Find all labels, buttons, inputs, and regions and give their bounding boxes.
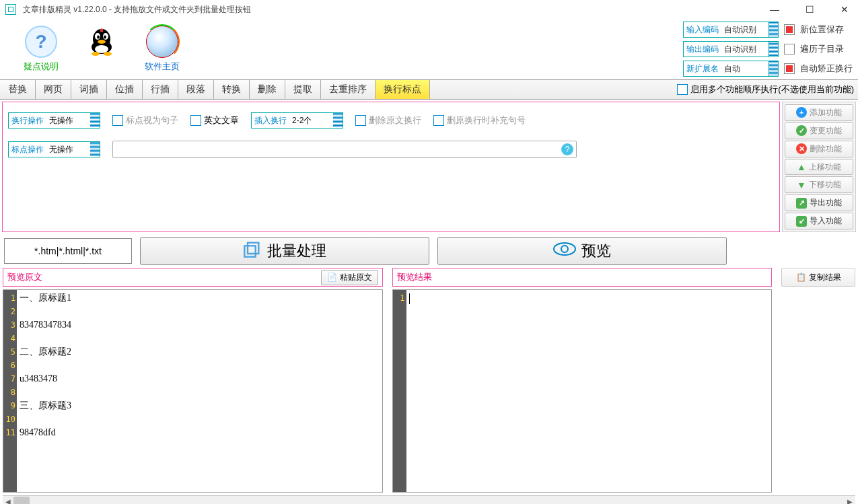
linebreak-op-select[interactable]: 换行操作无操作 [8,112,100,129]
newlocation-checkbox[interactable] [784,24,795,35]
home-label: 软件主页 [145,61,180,73]
tab-2[interactable]: 词插 [71,80,107,99]
maximize-button[interactable]: ☐ [801,1,818,17]
qq-button[interactable] [85,26,118,73]
add-period-checkbox[interactable]: 删原换行时补充句号 [433,114,526,127]
chevron-down-icon [768,22,778,37]
tab-4[interactable]: 行插 [143,80,178,99]
export-function-button[interactable]: ↗导出功能 [785,194,853,211]
tab-bar: 替换网页词插位插行插段落转换删除提取去重排序换行标点启用多个功能顺序执行(不选使… [0,79,858,100]
control-panel: 换行操作无操作 标点视为句子 英文文章 插入换行2-2个 删除原文换行 删原换行… [2,102,780,232]
source-header: 预览原文 📄粘贴原文 [3,268,383,287]
insert-linebreak-select[interactable]: 插入换行2-2个 [251,112,343,129]
eye-icon [553,240,576,262]
line-gutter: 1234567891011 [3,290,17,492]
chevron-down-icon [90,142,100,157]
tab-9[interactable]: 去重排序 [321,80,376,99]
scroll-left-icon[interactable]: ◀ [3,496,13,504]
result-editor[interactable]: 1 [392,289,773,493]
help-label: 疑点说明 [24,61,59,73]
tab-1[interactable]: 网页 [36,80,71,99]
tab-10[interactable]: 换行标点 [376,80,430,99]
svg-point-9 [104,52,112,56]
svg-point-12 [554,243,575,255]
close-button[interactable]: ✕ [836,1,853,17]
help-button[interactable]: ? 疑点说明 [24,26,59,73]
paste-source-button[interactable]: 📄粘贴原文 [321,270,378,285]
punct-sentence-checkbox[interactable]: 标点视为句子 [112,114,178,127]
recurse-label: 遍历子目录 [800,43,844,55]
recurse-checkbox[interactable] [784,44,795,55]
result-header: 预览结果 [392,268,773,287]
autofix-label: 自动矫正换行 [800,63,853,75]
tab-0[interactable]: 替换 [0,80,36,99]
globe-icon [146,26,178,58]
minimize-button[interactable]: — [766,1,783,17]
svg-rect-10 [244,246,255,256]
tab-5[interactable]: 段落 [178,80,214,99]
file-extension-input[interactable]: *.htm|*.html|*.txt [4,238,132,264]
svg-point-5 [104,36,106,39]
extension-select[interactable]: 新扩展名自动 [683,61,779,77]
tab-7[interactable]: 删除 [250,80,285,99]
chevron-down-icon [333,113,343,128]
titlebar: 文章排版精灵 v1.22.0.0 - 支持拖放文件或文件夹到批量处理按钮 — ☐… [0,0,858,19]
source-header-label: 预览原文 [7,271,42,283]
add-function-button[interactable]: +添加功能 [785,104,853,121]
scroll-thumb[interactable] [13,497,30,504]
chevron-down-icon [768,42,778,57]
qq-icon [85,26,118,58]
help-icon[interactable]: ? [561,143,573,155]
stack-icon [243,240,262,262]
punctuation-op-select[interactable]: 标点操作无操作 [8,141,100,157]
source-editor[interactable]: 1234567891011 一、原标题1 83478347834 二、原标题2 … [3,289,383,493]
tab-8[interactable]: 提取 [285,80,321,99]
chevron-down-icon [90,113,100,128]
result-header-label: 预览结果 [397,271,432,283]
preview-button[interactable]: 预览 [437,237,727,265]
output-encoding-select[interactable]: 输出编码自动识别 [683,41,779,57]
app-logo-icon [5,4,16,15]
top-toolbar: ? 疑点说明 软件主页 输入编码自动识别 新位置保存 输出编码自动识别 遍历子目… [0,19,858,79]
line-gutter: 1 [393,290,406,492]
svg-point-6 [98,40,106,44]
home-button[interactable]: 软件主页 [145,26,180,73]
input-encoding-select[interactable]: 输入编码自动识别 [683,22,779,38]
paste-icon: 📄 [327,273,337,282]
tab-6[interactable]: 转换 [214,80,250,99]
delete-original-lb-checkbox[interactable]: 删除原文换行 [355,114,421,127]
svg-point-4 [97,36,100,39]
tab-3[interactable]: 位插 [107,80,143,99]
horizontal-scrollbar[interactable]: ◀ ▶ [3,495,855,504]
autofix-checkbox[interactable] [784,63,795,74]
window-title: 文章排版精灵 v1.22.0.0 - 支持拖放文件或文件夹到批量处理按钮 [23,4,766,15]
movedown-function-button[interactable]: ▼下移功能 [785,176,853,193]
delete-function-button[interactable]: ✕删除功能 [785,141,853,157]
source-content[interactable]: 一、原标题1 83478347834 二、原标题2 u3483478 三、原标题… [17,290,382,492]
question-icon: ? [25,26,57,58]
svg-point-13 [561,246,568,252]
text-input[interactable]: ? [112,141,577,158]
batch-process-button[interactable]: 批量处理 [140,237,429,265]
scroll-right-icon[interactable]: ▶ [845,496,855,504]
svg-point-8 [92,52,100,56]
enable-multi-function-checkbox[interactable]: 启用多个功能顺序执行(不选使用当前功能) [673,80,858,99]
chevron-down-icon [768,61,778,76]
svg-rect-11 [248,243,258,254]
copy-result-button[interactable]: 📋复制结果 [781,268,855,287]
newlocation-label: 新位置保存 [800,24,844,36]
change-function-button[interactable]: ✓变更功能 [785,122,853,139]
import-function-button[interactable]: ↙导入功能 [785,213,853,229]
moveup-function-button[interactable]: ▲上移功能 [785,159,853,176]
result-content[interactable] [406,290,772,492]
copy-icon: 📋 [796,273,806,282]
function-panel: +添加功能 ✓变更功能 ✕删除功能 ▲上移功能 ▼下移功能 ↗导出功能 ↙导入功… [782,102,856,232]
english-article-checkbox[interactable]: 英文文章 [190,114,239,127]
